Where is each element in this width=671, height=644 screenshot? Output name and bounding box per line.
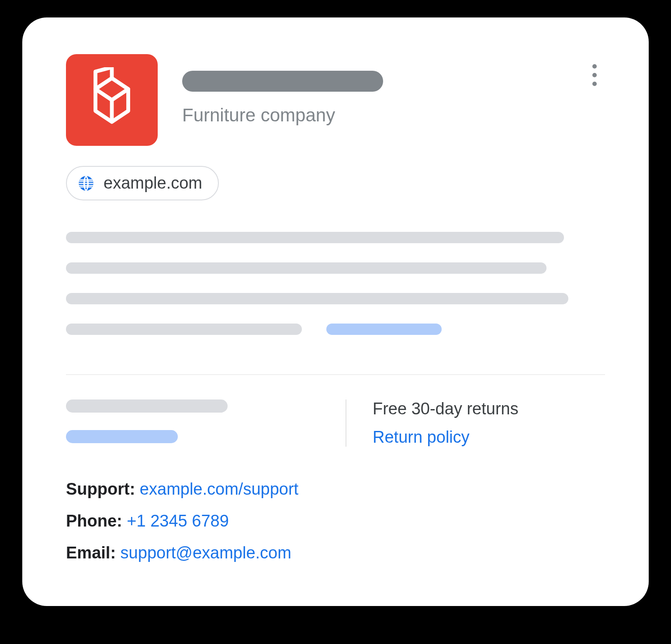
knowledge-panel-card: Furniture company example.com xyxy=(22,17,649,606)
return-policy-link[interactable]: Return policy xyxy=(373,428,519,447)
globe-icon xyxy=(77,175,95,192)
text-placeholder xyxy=(66,262,546,274)
phone-label: Phone: xyxy=(66,512,127,530)
text-placeholder xyxy=(66,324,302,335)
link-placeholder[interactable] xyxy=(66,430,178,443)
chair-icon xyxy=(83,67,140,133)
section-divider xyxy=(66,374,605,375)
text-placeholder xyxy=(66,232,564,243)
description-placeholder-block xyxy=(66,232,605,354)
contact-section: Support: example.com/support Phone: +1 2… xyxy=(66,480,605,562)
phone-link[interactable]: +1 2345 6789 xyxy=(127,512,229,530)
company-category: Furniture company xyxy=(182,105,605,126)
text-placeholder xyxy=(66,399,228,413)
email-row: Email: support@example.com xyxy=(66,544,605,562)
more-options-button[interactable] xyxy=(584,65,605,86)
website-chip-label: example.com xyxy=(104,174,202,193)
link-placeholder[interactable] xyxy=(326,324,442,335)
returns-headline: Free 30-day returns xyxy=(373,399,519,418)
panel-header: Furniture company xyxy=(66,54,605,146)
email-label: Email: xyxy=(66,544,121,562)
kebab-icon xyxy=(592,64,597,86)
email-link[interactable]: support@example.com xyxy=(121,544,291,562)
info-column-left xyxy=(66,399,346,447)
phone-row: Phone: +1 2345 6789 xyxy=(66,512,605,530)
text-placeholder xyxy=(66,293,568,304)
support-label: Support: xyxy=(66,480,140,498)
support-row: Support: example.com/support xyxy=(66,480,605,499)
company-logo xyxy=(66,54,158,146)
info-columns: Free 30-day returns Return policy xyxy=(66,399,605,447)
company-name-placeholder xyxy=(182,71,383,92)
support-link[interactable]: example.com/support xyxy=(140,480,298,498)
website-chip[interactable]: example.com xyxy=(66,166,219,200)
info-column-right: Free 30-day returns Return policy xyxy=(346,399,519,447)
